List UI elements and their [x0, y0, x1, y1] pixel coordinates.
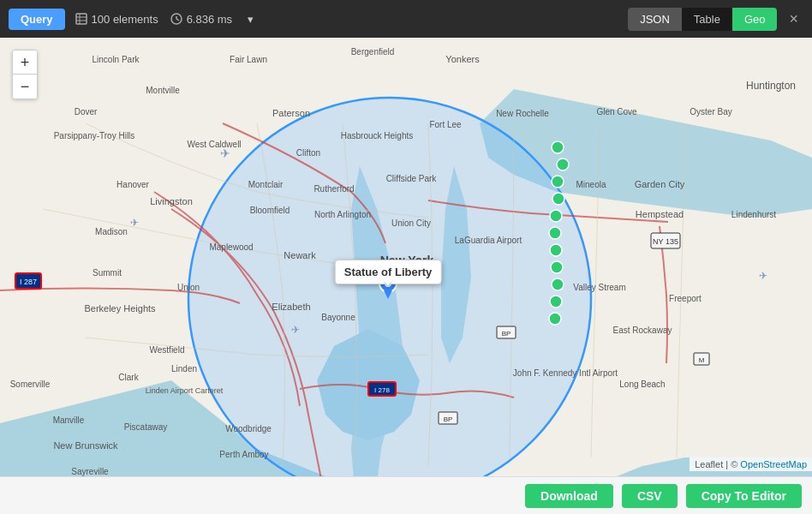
- svg-text:Lindenhurst: Lindenhurst: [731, 210, 776, 219]
- svg-point-19: [550, 210, 562, 222]
- map-container[interactable]: Paterson Lincoln Park Fair Lawn Bergenfi…: [0, 38, 812, 514]
- svg-text:Paterson: Paterson: [272, 108, 310, 118]
- svg-text:Summit: Summit: [93, 268, 122, 278]
- svg-rect-0: [76, 14, 87, 24]
- map-popup: Statue of Liberty: [335, 260, 442, 284]
- svg-text:NY 135: NY 135: [653, 237, 678, 246]
- svg-text:Manville: Manville: [53, 415, 85, 425]
- svg-text:Elizabeth: Elizabeth: [272, 302, 310, 312]
- view-tabs: JSON Table Geo: [628, 8, 777, 31]
- svg-text:M: M: [699, 356, 705, 364]
- query-button[interactable]: Query: [9, 9, 65, 30]
- svg-text:Yonkers: Yonkers: [445, 54, 480, 64]
- bottombar: Download CSV Copy To Editor: [0, 476, 812, 514]
- svg-text:Union: Union: [177, 283, 200, 292]
- svg-text:Long Beach: Long Beach: [619, 380, 665, 389]
- svg-text:Fort Lee: Fort Lee: [429, 120, 462, 129]
- zoom-controls: + −: [12, 50, 38, 99]
- svg-point-23: [552, 278, 564, 290]
- tab-json[interactable]: JSON: [628, 8, 682, 31]
- svg-text:Fair Lawn: Fair Lawn: [230, 55, 267, 64]
- svg-text:Montclair: Montclair: [248, 180, 284, 189]
- dropdown-button[interactable]: ▾: [248, 13, 254, 26]
- svg-text:Valley Stream: Valley Stream: [573, 283, 626, 292]
- map-attribution: Leaflet | © OpenStreetMap: [690, 457, 812, 471]
- svg-text:Parsippany-Troy Hills: Parsippany-Troy Hills: [54, 131, 135, 140]
- svg-text:North Arlington: North Arlington: [314, 210, 371, 219]
- svg-text:✈: ✈: [291, 324, 300, 336]
- svg-point-22: [551, 261, 563, 273]
- svg-text:✈: ✈: [759, 270, 767, 282]
- svg-text:✈: ✈: [130, 217, 139, 229]
- svg-text:Bayonne: Bayonne: [321, 313, 355, 322]
- copy-to-editor-button[interactable]: Copy To Editor: [686, 484, 802, 508]
- svg-text:BP: BP: [444, 415, 453, 423]
- svg-text:Clark: Clark: [118, 373, 139, 382]
- tab-geo[interactable]: Geo: [732, 8, 778, 31]
- svg-text:LaGuardia Airport: LaGuardia Airport: [455, 236, 522, 245]
- clock-icon: [170, 13, 182, 25]
- close-button[interactable]: ×: [784, 10, 803, 28]
- svg-text:✈: ✈: [220, 146, 230, 160]
- svg-text:Rutherford: Rutherford: [313, 184, 354, 194]
- svg-point-18: [552, 193, 564, 205]
- svg-point-16: [557, 158, 569, 170]
- svg-text:Sayreville: Sayreville: [71, 467, 109, 476]
- svg-text:East Rockaway: East Rockaway: [613, 326, 672, 335]
- svg-text:Bergenfield: Bergenfield: [351, 47, 395, 57]
- svg-text:Linden Airport Carteret: Linden Airport Carteret: [146, 386, 224, 395]
- svg-text:Union City: Union City: [391, 218, 431, 228]
- elements-count: 100 elements: [75, 13, 158, 26]
- zoom-out-button[interactable]: −: [13, 75, 37, 99]
- tab-table[interactable]: Table: [682, 8, 732, 31]
- svg-text:Bloomfield: Bloomfield: [250, 206, 290, 215]
- svg-text:West Caldwell: West Caldwell: [187, 140, 241, 149]
- svg-text:I 287: I 287: [20, 278, 37, 286]
- svg-text:Hanover: Hanover: [116, 180, 149, 189]
- svg-text:Montville: Montville: [146, 86, 180, 95]
- svg-point-20: [549, 227, 561, 239]
- svg-text:Maplewood: Maplewood: [209, 242, 253, 252]
- svg-text:Hempstead: Hempstead: [636, 209, 684, 219]
- svg-text:Cliffside Park: Cliffside Park: [386, 174, 438, 183]
- time-display: 6.836 ms: [170, 13, 232, 26]
- svg-text:Perth Amboy: Perth Amboy: [219, 450, 268, 459]
- svg-point-21: [550, 244, 562, 256]
- svg-text:Linden: Linden: [171, 364, 197, 374]
- svg-text:Westfield: Westfield: [150, 345, 185, 355]
- svg-point-14: [188, 98, 591, 500]
- svg-text:New Rochelle: New Rochelle: [496, 109, 549, 118]
- svg-text:John F. Kennedy Intl Airport: John F. Kennedy Intl Airport: [513, 368, 618, 378]
- svg-text:Freeport: Freeport: [669, 294, 702, 303]
- csv-button[interactable]: CSV: [622, 484, 678, 508]
- osm-link[interactable]: OpenStreetMap: [740, 459, 807, 469]
- topbar: Query 100 elements 6.836 ms ▾ JSON Table…: [0, 0, 812, 38]
- svg-point-25: [549, 313, 561, 325]
- svg-point-17: [552, 176, 564, 188]
- svg-point-24: [550, 296, 562, 308]
- svg-text:Somerville: Somerville: [10, 380, 51, 389]
- svg-text:Newark: Newark: [284, 250, 316, 260]
- svg-text:Mineola: Mineola: [576, 180, 606, 189]
- download-button[interactable]: Download: [525, 484, 613, 508]
- svg-text:Madison: Madison: [95, 227, 128, 236]
- svg-text:Piscataway: Piscataway: [124, 422, 168, 432]
- table-icon: [75, 13, 87, 25]
- svg-text:Livingston: Livingston: [150, 196, 193, 206]
- topbar-info: 100 elements 6.836 ms ▾: [75, 13, 254, 26]
- svg-text:New Brunswick: New Brunswick: [53, 440, 118, 451]
- svg-point-15: [552, 141, 564, 153]
- svg-text:Glen Cove: Glen Cove: [596, 107, 637, 117]
- svg-text:Clifton: Clifton: [296, 148, 320, 158]
- svg-text:BP: BP: [502, 330, 511, 338]
- zoom-in-button[interactable]: +: [13, 51, 37, 75]
- svg-text:Garden City: Garden City: [635, 179, 685, 189]
- svg-text:Hasbrouck Heights: Hasbrouck Heights: [341, 131, 413, 140]
- svg-text:Dover: Dover: [75, 107, 98, 117]
- svg-text:Berkeley Heights: Berkeley Heights: [84, 303, 156, 314]
- svg-text:Woodbridge: Woodbridge: [225, 424, 272, 433]
- svg-text:I 278: I 278: [374, 386, 390, 394]
- svg-text:Oyster Bay: Oyster Bay: [690, 107, 731, 117]
- svg-text:Lincoln Park: Lincoln Park: [92, 55, 140, 64]
- svg-line-6: [176, 19, 179, 21]
